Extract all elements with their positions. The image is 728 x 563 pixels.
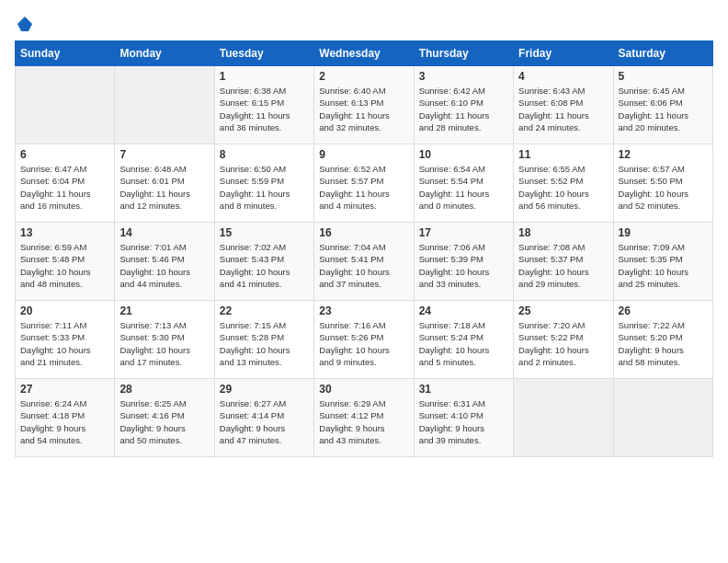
calendar-cell: 9Sunrise: 6:52 AM Sunset: 5:57 PM Daylig…: [314, 144, 414, 223]
day-number: 16: [319, 226, 408, 239]
day-number: 4: [518, 70, 608, 83]
calendar-cell: 19Sunrise: 7:09 AM Sunset: 5:35 PM Dayli…: [613, 223, 712, 301]
calendar-cell: 25Sunrise: 7:20 AM Sunset: 5:22 PM Dayli…: [514, 301, 613, 379]
column-header-saturday: Saturday: [613, 41, 712, 66]
day-info: Sunrise: 7:01 AM Sunset: 5:46 PM Dayligh…: [119, 241, 209, 290]
day-info: Sunrise: 6:48 AM Sunset: 6:01 PM Dayligh…: [119, 163, 209, 212]
calendar-cell: 24Sunrise: 7:18 AM Sunset: 5:24 PM Dayli…: [414, 301, 513, 379]
calendar-cell: 21Sunrise: 7:13 AM Sunset: 5:30 PM Dayli…: [115, 301, 214, 379]
calendar-cell: 13Sunrise: 6:59 AM Sunset: 5:48 PM Dayli…: [16, 223, 115, 301]
day-number: 18: [518, 226, 608, 239]
calendar-week-2: 6Sunrise: 6:47 AM Sunset: 6:04 PM Daylig…: [16, 144, 713, 223]
calendar-cell: [514, 379, 613, 457]
day-info: Sunrise: 7:06 AM Sunset: 5:39 PM Dayligh…: [419, 241, 508, 290]
calendar-cell: 17Sunrise: 7:06 AM Sunset: 5:39 PM Dayli…: [414, 223, 513, 301]
day-info: Sunrise: 6:59 AM Sunset: 5:48 PM Dayligh…: [20, 241, 109, 290]
day-number: 27: [20, 383, 109, 396]
day-info: Sunrise: 6:42 AM Sunset: 6:10 PM Dayligh…: [419, 85, 508, 133]
day-number: 7: [119, 148, 209, 161]
calendar-cell: 12Sunrise: 6:57 AM Sunset: 5:50 PM Dayli…: [613, 144, 712, 223]
day-number: 25: [518, 304, 608, 317]
day-number: 19: [619, 226, 708, 239]
calendar-week-1: 1Sunrise: 6:38 AM Sunset: 6:15 PM Daylig…: [16, 66, 713, 144]
day-number: 2: [319, 70, 408, 83]
calendar-cell: [16, 66, 115, 144]
calendar-week-5: 27Sunrise: 6:24 AM Sunset: 4:18 PM Dayli…: [16, 379, 713, 457]
calendar-cell: 16Sunrise: 7:04 AM Sunset: 5:41 PM Dayli…: [314, 223, 414, 301]
column-header-sunday: Sunday: [16, 41, 115, 66]
day-number: 28: [119, 383, 209, 396]
day-info: Sunrise: 7:11 AM Sunset: 5:33 PM Dayligh…: [20, 319, 109, 368]
calendar-cell: 20Sunrise: 7:11 AM Sunset: 5:33 PM Dayli…: [16, 301, 115, 379]
logo-icon: [16, 15, 34, 33]
day-info: Sunrise: 7:09 AM Sunset: 5:35 PM Dayligh…: [619, 241, 708, 290]
svg-marker-0: [17, 17, 32, 31]
day-info: Sunrise: 6:43 AM Sunset: 6:08 PM Dayligh…: [518, 85, 608, 133]
day-info: Sunrise: 6:57 AM Sunset: 5:50 PM Dayligh…: [619, 163, 708, 212]
day-number: 31: [419, 383, 508, 396]
calendar-cell: 7Sunrise: 6:48 AM Sunset: 6:01 PM Daylig…: [115, 144, 214, 223]
day-info: Sunrise: 6:45 AM Sunset: 6:06 PM Dayligh…: [619, 85, 708, 133]
calendar-cell: 27Sunrise: 6:24 AM Sunset: 4:18 PM Dayli…: [16, 379, 115, 457]
day-number: 3: [419, 70, 508, 83]
day-number: 23: [319, 304, 408, 317]
day-number: 22: [220, 304, 309, 317]
calendar-cell: 14Sunrise: 7:01 AM Sunset: 5:46 PM Dayli…: [115, 223, 214, 301]
calendar-cell: 4Sunrise: 6:43 AM Sunset: 6:08 PM Daylig…: [514, 66, 613, 144]
day-number: 9: [319, 148, 408, 161]
calendar-cell: 23Sunrise: 7:16 AM Sunset: 5:26 PM Dayli…: [314, 301, 414, 379]
calendar-cell: 8Sunrise: 6:50 AM Sunset: 5:59 PM Daylig…: [214, 144, 313, 223]
day-info: Sunrise: 6:38 AM Sunset: 6:15 PM Dayligh…: [220, 85, 309, 133]
day-number: 21: [119, 304, 209, 317]
column-header-tuesday: Tuesday: [214, 41, 313, 66]
calendar-cell: 30Sunrise: 6:29 AM Sunset: 4:12 PM Dayli…: [314, 379, 414, 457]
calendar-cell: 22Sunrise: 7:15 AM Sunset: 5:28 PM Dayli…: [214, 301, 313, 379]
calendar-cell: 15Sunrise: 7:02 AM Sunset: 5:43 PM Dayli…: [214, 223, 313, 301]
day-number: 11: [518, 148, 608, 161]
day-number: 29: [220, 383, 309, 396]
day-info: Sunrise: 6:55 AM Sunset: 5:52 PM Dayligh…: [518, 163, 608, 212]
calendar-week-3: 13Sunrise: 6:59 AM Sunset: 5:48 PM Dayli…: [16, 223, 713, 301]
day-info: Sunrise: 6:27 AM Sunset: 4:14 PM Dayligh…: [220, 397, 309, 446]
day-info: Sunrise: 6:29 AM Sunset: 4:12 PM Dayligh…: [319, 397, 408, 446]
calendar-cell: 2Sunrise: 6:40 AM Sunset: 6:13 PM Daylig…: [314, 66, 414, 144]
calendar-table: SundayMondayTuesdayWednesdayThursdayFrid…: [15, 40, 713, 457]
calendar-cell: 28Sunrise: 6:25 AM Sunset: 4:16 PM Dayli…: [115, 379, 214, 457]
day-info: Sunrise: 7:16 AM Sunset: 5:26 PM Dayligh…: [319, 319, 408, 368]
day-info: Sunrise: 6:52 AM Sunset: 5:57 PM Dayligh…: [319, 163, 408, 212]
day-info: Sunrise: 7:15 AM Sunset: 5:28 PM Dayligh…: [220, 319, 309, 368]
day-info: Sunrise: 7:04 AM Sunset: 5:41 PM Dayligh…: [319, 241, 408, 290]
calendar-cell: 18Sunrise: 7:08 AM Sunset: 5:37 PM Dayli…: [514, 223, 613, 301]
day-number: 17: [419, 226, 508, 239]
calendar-cell: [115, 66, 214, 144]
column-header-monday: Monday: [115, 41, 214, 66]
day-number: 30: [319, 383, 408, 396]
calendar-cell: 3Sunrise: 6:42 AM Sunset: 6:10 PM Daylig…: [414, 66, 513, 144]
calendar-cell: 26Sunrise: 7:22 AM Sunset: 5:20 PM Dayli…: [613, 301, 712, 379]
column-header-friday: Friday: [514, 41, 613, 66]
day-number: 26: [619, 304, 708, 317]
day-number: 5: [619, 70, 708, 83]
day-info: Sunrise: 7:20 AM Sunset: 5:22 PM Dayligh…: [518, 319, 608, 368]
day-info: Sunrise: 6:24 AM Sunset: 4:18 PM Dayligh…: [20, 397, 109, 446]
column-header-thursday: Thursday: [414, 41, 513, 66]
calendar-cell: [613, 379, 712, 457]
calendar-cell: 5Sunrise: 6:45 AM Sunset: 6:06 PM Daylig…: [613, 66, 712, 144]
logo: [15, 15, 35, 29]
calendar-cell: 11Sunrise: 6:55 AM Sunset: 5:52 PM Dayli…: [514, 144, 613, 223]
column-header-wednesday: Wednesday: [314, 41, 414, 66]
day-info: Sunrise: 7:22 AM Sunset: 5:20 PM Dayligh…: [619, 319, 708, 368]
day-info: Sunrise: 6:50 AM Sunset: 5:59 PM Dayligh…: [220, 163, 309, 212]
day-info: Sunrise: 7:13 AM Sunset: 5:30 PM Dayligh…: [119, 319, 209, 368]
day-number: 8: [220, 148, 309, 161]
day-number: 12: [619, 148, 708, 161]
day-number: 24: [419, 304, 508, 317]
day-info: Sunrise: 6:31 AM Sunset: 4:10 PM Dayligh…: [419, 397, 508, 446]
day-number: 15: [220, 226, 309, 239]
calendar-cell: 6Sunrise: 6:47 AM Sunset: 6:04 PM Daylig…: [16, 144, 115, 223]
day-info: Sunrise: 6:47 AM Sunset: 6:04 PM Dayligh…: [20, 163, 109, 212]
day-number: 6: [20, 148, 109, 161]
day-number: 1: [220, 70, 309, 83]
calendar-cell: 1Sunrise: 6:38 AM Sunset: 6:15 PM Daylig…: [214, 66, 313, 144]
day-info: Sunrise: 7:08 AM Sunset: 5:37 PM Dayligh…: [518, 241, 608, 290]
